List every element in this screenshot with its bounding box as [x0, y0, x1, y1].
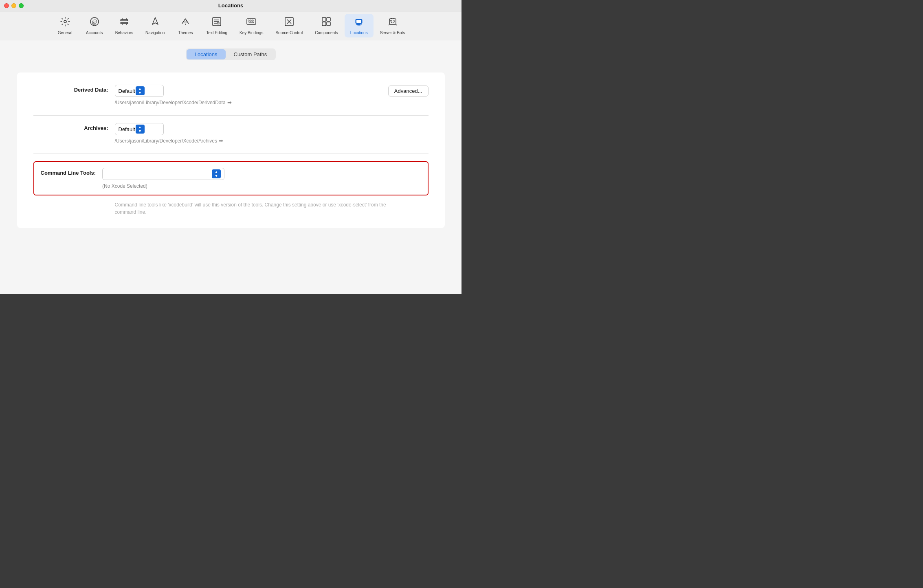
navigation-icon — [150, 16, 160, 29]
text-editing-icon — [211, 16, 222, 29]
svg-rect-4 — [121, 22, 128, 24]
svg-rect-31 — [356, 20, 361, 23]
command-line-control: ▲ ▼ (No Xcode Selected) — [102, 168, 421, 189]
title-bar: Locations — [0, 0, 462, 11]
archives-row: Archives: Default ▲ ▼ /Users/jason/Libra — [33, 123, 429, 144]
locations-icon — [354, 16, 364, 29]
svg-rect-19 — [250, 20, 251, 21]
accounts-icon: @ — [89, 16, 100, 29]
archives-control: Default ▲ ▼ /Users/jason/Library/Develop… — [115, 123, 429, 144]
toolbar: General @ Accounts Behaviors — [0, 11, 462, 40]
toolbar-item-themes[interactable]: Themes — [171, 14, 200, 37]
archives-path-arrow: ➡ — [219, 138, 223, 144]
traffic-lights — [4, 3, 24, 8]
svg-rect-17 — [247, 19, 256, 24]
content-area: Locations Custom Paths Derived Data: Def… — [0, 40, 462, 294]
toolbar-label-source-control: Source Control — [275, 31, 303, 35]
command-line-tools-section: Command Line Tools: ▲ ▼ (No Xcode Select… — [33, 161, 429, 195]
derived-data-path-arrow: ➡ — [227, 99, 232, 105]
svg-text:@: @ — [92, 19, 97, 25]
toolbar-label-server-bots: Server & Bots — [380, 31, 405, 35]
tab-locations[interactable]: Locations — [187, 49, 226, 59]
toolbar-item-general[interactable]: General — [51, 14, 79, 37]
themes-icon — [180, 16, 191, 29]
toolbar-item-accounts[interactable]: @ Accounts — [80, 14, 109, 37]
svg-rect-32 — [357, 24, 360, 25]
svg-line-38 — [389, 24, 389, 25]
toolbar-item-key-bindings[interactable]: Key Bindings — [234, 14, 269, 37]
archives-label: Archives: — [33, 123, 115, 131]
svg-rect-28 — [327, 22, 330, 26]
svg-point-0 — [64, 20, 66, 23]
toolbar-item-source-control[interactable]: Source Control — [270, 14, 308, 37]
derived-data-select-wrapper[interactable]: Default ▲ ▼ — [115, 85, 164, 97]
archives-path: /Users/jason/Library/Developer/Xcode/Arc… — [115, 138, 429, 144]
toolbar-label-locations: Locations — [350, 31, 368, 35]
svg-rect-25 — [322, 18, 326, 21]
toolbar-label-themes: Themes — [178, 31, 193, 35]
derived-data-row: Derived Data: Default ▲ ▼ Advanced... — [33, 85, 429, 105]
toolbar-label-accounts: Accounts — [86, 31, 103, 35]
key-bindings-icon — [246, 16, 257, 29]
source-control-icon — [284, 16, 294, 29]
svg-point-35 — [393, 20, 395, 22]
maximize-button[interactable] — [19, 3, 24, 8]
derived-data-stepper[interactable]: ▲ ▼ — [136, 86, 145, 95]
general-icon — [60, 16, 70, 29]
divider-1 — [33, 115, 429, 116]
toolbar-label-components: Components — [315, 31, 338, 35]
behaviors-icon — [119, 16, 130, 29]
close-button[interactable] — [4, 3, 9, 8]
toolbar-item-text-editing[interactable]: Text Editing — [200, 14, 233, 37]
help-text: Command line tools like 'xcodebuild' wil… — [115, 201, 400, 216]
command-line-label: Command Line Tools: — [41, 168, 103, 176]
archives-select-wrapper[interactable]: Default ▲ ▼ — [115, 123, 164, 135]
svg-rect-3 — [121, 20, 128, 21]
svg-rect-21 — [249, 22, 254, 23]
svg-rect-26 — [327, 18, 330, 21]
toolbar-label-general: General — [58, 31, 73, 35]
toolbar-item-navigation[interactable]: Navigation — [140, 14, 170, 37]
toolbar-item-server-bots[interactable]: Server & Bots — [374, 14, 411, 37]
server-bots-icon — [387, 16, 398, 29]
toolbar-label-navigation: Navigation — [145, 31, 165, 35]
cl-select-wrapper[interactable]: ▲ ▼ — [102, 168, 224, 180]
advanced-button[interactable]: Advanced... — [388, 86, 429, 97]
settings-panel: Derived Data: Default ▲ ▼ Advanced... — [17, 72, 445, 228]
archives-select[interactable]: Default — [119, 126, 136, 132]
toolbar-label-behaviors: Behaviors — [115, 31, 133, 35]
svg-rect-33 — [389, 19, 396, 24]
command-line-stepper[interactable]: ▲ ▼ — [212, 169, 221, 178]
svg-rect-18 — [248, 20, 249, 21]
toolbar-item-behaviors[interactable]: Behaviors — [110, 14, 139, 37]
toolbar-item-components[interactable]: Components — [309, 14, 344, 37]
divider-2 — [33, 154, 429, 154]
svg-rect-27 — [322, 22, 326, 26]
derived-data-control: Default ▲ ▼ Advanced... /Users/jason/Lib… — [115, 85, 429, 105]
toolbar-item-locations[interactable]: Locations — [345, 14, 374, 37]
minimize-button[interactable] — [11, 3, 16, 8]
window-title: Locations — [218, 2, 243, 9]
derived-data-select[interactable]: Default — [119, 88, 136, 94]
svg-rect-20 — [252, 20, 253, 21]
toolbar-label-key-bindings: Key Bindings — [240, 31, 263, 35]
svg-point-34 — [390, 20, 391, 22]
derived-data-label: Derived Data: — [33, 85, 115, 93]
command-line-select[interactable] — [106, 171, 212, 177]
tab-bar: Locations Custom Paths — [186, 48, 276, 60]
no-xcode-text: (No Xcode Selected) — [102, 183, 421, 189]
command-line-inner: Command Line Tools: ▲ ▼ (No Xcode Select… — [41, 168, 421, 189]
components-icon — [321, 16, 332, 29]
archives-stepper[interactable]: ▲ ▼ — [136, 125, 145, 134]
svg-line-39 — [396, 24, 397, 25]
tab-custom-paths[interactable]: Custom Paths — [226, 49, 275, 59]
derived-data-path: /Users/jason/Library/Developer/Xcode/Der… — [115, 99, 429, 105]
toolbar-label-text-editing: Text Editing — [206, 31, 227, 35]
